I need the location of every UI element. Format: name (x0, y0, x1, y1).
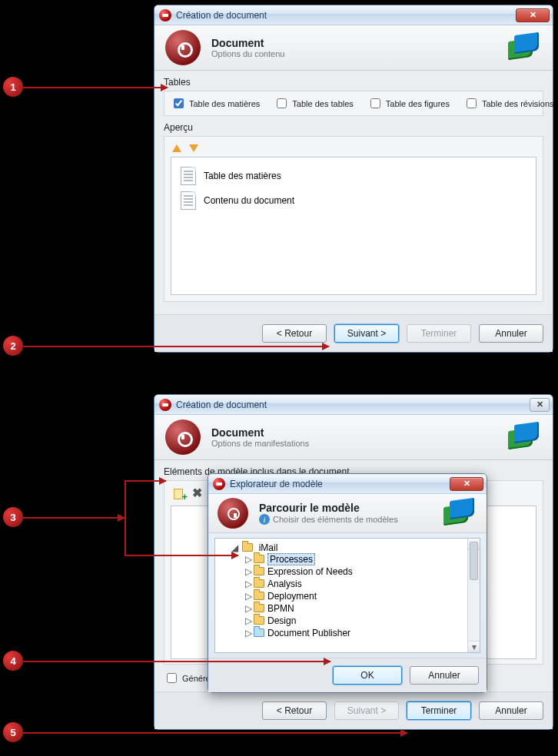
next-button: Suivant > (334, 701, 399, 720)
next-button[interactable]: Suivant > (334, 324, 399, 343)
callout-4: 4 (3, 651, 23, 671)
callout-arrow (23, 661, 330, 662)
move-up-button[interactable] (172, 144, 181, 152)
model-tree[interactable]: ▴ ▾ ◢ iMail ▷Processes ▷Expression of Ne… (214, 538, 480, 653)
tree-toggle-icon[interactable]: ▷ (244, 628, 252, 638)
preview-item[interactable]: Table des matières (178, 164, 530, 188)
books-icon (508, 34, 542, 61)
close-button[interactable]: ✕ (530, 398, 550, 412)
back-button[interactable]: < Retour (262, 324, 327, 343)
titlebar[interactable]: Création de document ✕ (154, 395, 553, 415)
banner-title: Document (211, 426, 497, 439)
preview-item[interactable]: Contenu du document (178, 188, 530, 213)
tree-toggle-icon[interactable]: ▷ (244, 554, 252, 565)
tree-node[interactable]: ▷Design (244, 615, 478, 627)
callout-arrow (23, 732, 407, 734)
checkbox-generate-label: Génére (182, 674, 211, 683)
app-icon (213, 478, 225, 490)
tree-toggle-icon[interactable]: ▷ (244, 579, 252, 589)
tree-node[interactable]: ▷BPMN (244, 602, 478, 615)
callout-5: 5 (3, 722, 23, 742)
checkbox-toc[interactable]: Table des matières (171, 96, 260, 111)
checkbox-revisions-label: Table des révisions (482, 99, 554, 108)
window-title: Création de document (176, 10, 511, 21)
app-icon (159, 9, 171, 22)
checkbox-figures[interactable]: Table des figures (367, 96, 450, 111)
folder-icon (254, 616, 264, 625)
preview-list[interactable]: Table des matières Contenu du document (171, 157, 536, 295)
preview-item-label: Contenu du document (204, 195, 294, 206)
finish-button: Terminer (407, 324, 471, 343)
tree-scrollbar[interactable]: ▴ ▾ (467, 539, 480, 652)
tree-toggle-icon[interactable]: ▷ (244, 591, 252, 602)
tree-node[interactable]: ▷Deployment (244, 590, 478, 602)
tree-node-label: Processes (267, 553, 315, 565)
tree-node[interactable]: ▷Analysis (244, 578, 478, 590)
banner-subtitle: iChoisir des éléments de modèles (259, 514, 433, 525)
tree-node-label: Expression of Needs (267, 566, 353, 577)
apercu-label: Aperçu (164, 122, 543, 133)
document-icon (181, 191, 196, 210)
tree-toggle-icon[interactable]: ▷ (244, 566, 252, 577)
back-button[interactable]: < Retour (262, 701, 327, 720)
move-down-button[interactable] (189, 144, 198, 152)
cancel-button[interactable]: Annuler (479, 324, 543, 343)
tree-toggle-icon[interactable]: ▷ (244, 615, 252, 626)
tree-node-label: BPMN (267, 603, 294, 614)
callout-2: 2 (3, 336, 23, 356)
tree-toggle-icon[interactable]: ▷ (244, 603, 252, 614)
checkbox-tables[interactable]: Table des tables (274, 96, 354, 111)
cancel-button[interactable]: Annuler (479, 701, 543, 720)
footer: OK Annuler (208, 658, 487, 692)
tables-fieldset: Table des matières Table des tables Tabl… (164, 91, 543, 116)
app-icon (159, 399, 171, 411)
checkbox-figures-label: Table des figures (386, 99, 450, 108)
checkbox-revisions-input[interactable] (467, 98, 477, 108)
scroll-thumb[interactable] (470, 542, 478, 580)
checkbox-revisions[interactable]: Table des révisions (463, 96, 554, 111)
tree-node[interactable]: ▷Expression of Needs (244, 565, 478, 578)
remove-element-button[interactable]: ✖ (192, 487, 206, 501)
tree-node-label: iMail (259, 542, 278, 553)
add-element-button[interactable] (172, 487, 186, 501)
books-icon (508, 423, 542, 451)
preview-item-label: Table des matières (204, 171, 281, 181)
checkbox-tables-label: Table des tables (292, 99, 354, 108)
folder-icon (254, 555, 264, 563)
tree-node[interactable]: ▷Processes (244, 553, 478, 565)
banner: Parcourir le modèle iChoisir des élément… (208, 494, 487, 533)
checkbox-figures-input[interactable] (370, 98, 380, 108)
tree-node-label: Design (267, 615, 296, 626)
scroll-down-button[interactable]: ▾ (468, 641, 480, 652)
checkbox-tables-input[interactable] (277, 98, 287, 108)
banner: Document Options de manifestations (154, 415, 553, 460)
logo-icon (165, 419, 201, 455)
close-button[interactable]: ✕ (450, 477, 483, 491)
finish-button[interactable]: Terminer (407, 701, 471, 720)
folder-icon (254, 592, 264, 600)
tree-node-label: Analysis (267, 579, 302, 589)
folder-icon (254, 579, 264, 588)
tree-node-root[interactable]: ◢ iMail ▷Processes ▷Expression of Needs … (231, 542, 478, 640)
dialog-creation-document-1: Création de document ✕ Document Options … (154, 5, 553, 353)
document-icon (181, 167, 196, 185)
checkbox-generate-input[interactable] (167, 673, 177, 683)
logo-icon (218, 498, 248, 529)
titlebar[interactable]: Explorateur de modèle ✕ (208, 474, 487, 494)
callout-arrow (23, 517, 125, 519)
titlebar[interactable]: Création de document ✕ (154, 5, 553, 25)
banner-title: Parcourir le modèle (259, 502, 433, 514)
cancel-button[interactable]: Annuler (410, 666, 479, 685)
folder-icon (254, 628, 264, 637)
tree-node[interactable]: ▷Document Publisher (244, 627, 478, 639)
tables-group-label: Tables (164, 77, 543, 88)
folder-icon (254, 567, 264, 575)
tree-node-label: Deployment (267, 591, 317, 602)
books-icon (443, 499, 477, 527)
banner-title: Document (211, 37, 497, 49)
close-button[interactable]: ✕ (516, 8, 550, 22)
footer: < Retour Suivant > Terminer Annuler (154, 691, 553, 729)
folder-icon (254, 604, 264, 612)
ok-button[interactable]: OK (333, 666, 402, 685)
checkbox-toc-input[interactable] (174, 98, 184, 108)
